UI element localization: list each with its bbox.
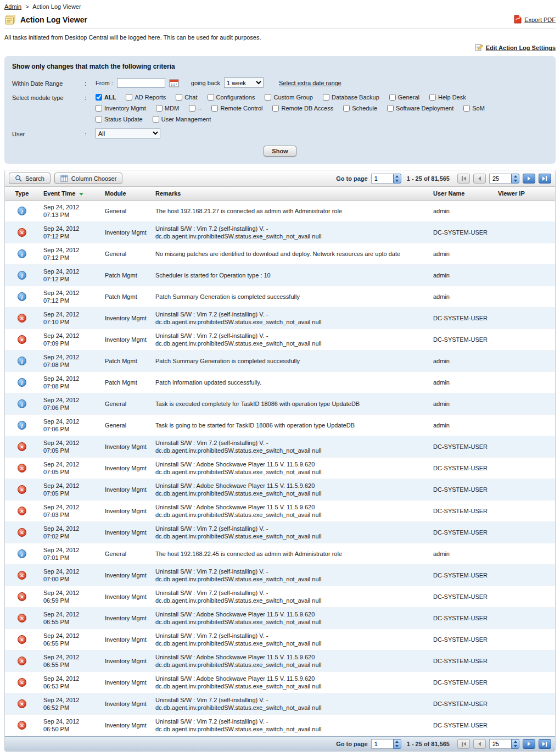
module-checkbox-input-custom-group[interactable] xyxy=(265,94,271,101)
module-cell: Patch Mgmt xyxy=(100,372,151,393)
module-checkbox-input-dashes[interactable] xyxy=(189,105,195,112)
type-cell: ✕ xyxy=(5,608,39,629)
user-name-cell: DC-SYSTEM-USER xyxy=(429,501,494,522)
going-back-select[interactable]: 1 week xyxy=(224,77,264,88)
module-checkbox-input-ad-reports[interactable] xyxy=(126,94,132,101)
module-checkbox-configurations[interactable]: Configurations xyxy=(208,94,255,101)
breadcrumb-admin-link[interactable]: Admin xyxy=(4,3,21,10)
next-page-button[interactable] xyxy=(523,739,535,749)
column-header-event-time[interactable]: Event Time xyxy=(39,187,100,201)
last-page-button[interactable] xyxy=(539,739,551,749)
module-cell: Inventory Mgmt xyxy=(100,501,151,522)
prev-page-button[interactable] xyxy=(473,739,486,749)
module-checkbox-all[interactable]: ALL xyxy=(96,94,116,101)
page-size-input[interactable] xyxy=(489,739,511,749)
module-checkbox-input-som[interactable] xyxy=(463,105,470,112)
table-row: iSep 24, 201207:08 PMPatch MgmtPatch Sum… xyxy=(5,351,555,372)
module-checkbox-mdm[interactable]: MDM xyxy=(156,105,179,112)
go-to-page-stepper[interactable] xyxy=(393,739,401,749)
module-checkbox-general[interactable]: General xyxy=(389,94,419,101)
select-extra-date-range-link[interactable]: Select extra date range xyxy=(279,80,341,86)
user-select[interactable]: All xyxy=(96,128,160,138)
module-checkbox-input-mdm[interactable] xyxy=(156,105,163,112)
module-checkbox-input-configurations[interactable] xyxy=(208,94,214,101)
module-checkbox-software-deployment[interactable]: Software Deployment xyxy=(387,105,453,112)
module-cell: Inventory Mgmt xyxy=(100,222,151,243)
module-checkbox-input-database-backup[interactable] xyxy=(323,94,329,101)
module-checkbox-remote-control[interactable]: Remote Control xyxy=(211,105,262,112)
show-button[interactable]: Show xyxy=(264,146,296,157)
calendar-icon[interactable] xyxy=(169,79,179,87)
going-back-label: going back xyxy=(191,80,220,86)
page-size-input[interactable] xyxy=(489,174,511,184)
first-page-button[interactable] xyxy=(457,174,470,184)
column-header-module[interactable]: Module xyxy=(100,187,151,201)
module-checkbox-som[interactable]: SoM xyxy=(463,105,485,112)
module-checkbox-input-inventory-mgmt[interactable] xyxy=(96,105,102,112)
page-size-stepper[interactable] xyxy=(511,739,519,749)
type-cell: i xyxy=(5,265,39,286)
module-checkbox-input-status-update[interactable] xyxy=(96,116,102,123)
module-checkbox-input-remote-control[interactable] xyxy=(211,105,218,112)
last-page-button[interactable] xyxy=(539,174,551,184)
module-checkbox-input-software-deployment[interactable] xyxy=(387,105,394,112)
module-checkbox-schedule[interactable]: Schedule xyxy=(343,105,377,112)
go-to-page-input[interactable] xyxy=(371,174,393,184)
module-checkbox-ad-reports[interactable]: AD Reports xyxy=(126,94,166,101)
module-checkbox-label: Configurations xyxy=(216,94,255,101)
search-button[interactable]: Search xyxy=(9,173,51,184)
module-checkbox-inventory-mgmt[interactable]: Inventory Mgmt xyxy=(96,105,146,112)
error-icon: ✕ xyxy=(18,592,26,601)
log-grid: Search Column Chooser Go to page xyxy=(4,170,556,752)
type-cell: i xyxy=(5,393,39,415)
page-size-stepper[interactable] xyxy=(511,174,519,184)
date-range-label: Within Date Range xyxy=(12,79,85,87)
remarks-cell: Uninstall S/W : Adobe Shockwave Player 1… xyxy=(151,672,429,693)
first-page-button[interactable] xyxy=(457,739,470,749)
type-cell: ✕ xyxy=(5,672,39,693)
edit-action-log-settings-link[interactable]: Edit Action Log Settings xyxy=(475,43,556,52)
info-icon: i xyxy=(18,549,26,558)
go-to-page-stepper[interactable] xyxy=(393,174,401,184)
viewer-ip-cell xyxy=(494,608,555,629)
event-time-cell: Sep 24, 201207:13 PM xyxy=(39,201,100,222)
module-checkbox-custom-group[interactable]: Custom Group xyxy=(265,94,313,101)
remarks-cell: No missing patches are identified to dow… xyxy=(151,243,429,265)
module-checkbox-database-backup[interactable]: Database Backup xyxy=(323,94,379,101)
go-to-page-input[interactable] xyxy=(371,739,393,749)
module-checkbox-dashes[interactable]: -- xyxy=(189,105,201,112)
prev-page-button[interactable] xyxy=(473,174,486,184)
module-checkbox-input-help-desk[interactable] xyxy=(429,94,436,101)
colon: : xyxy=(85,93,96,101)
module-cell: Patch Mgmt xyxy=(100,351,151,372)
export-pdf-link[interactable]: Export PDF xyxy=(514,15,556,25)
next-page-button[interactable] xyxy=(523,174,535,184)
column-header-user-name[interactable]: User Name xyxy=(429,187,494,201)
error-icon: ✕ xyxy=(18,614,26,622)
module-checkbox-input-remote-db-access[interactable] xyxy=(272,105,279,112)
column-header-type[interactable]: Type xyxy=(5,187,39,201)
column-chooser-button[interactable]: Column Chooser xyxy=(54,173,123,184)
column-header-viewer-ip[interactable]: Viewer IP xyxy=(494,187,555,201)
module-checkbox-label: Inventory Mgmt xyxy=(104,105,146,112)
column-header-remarks[interactable]: Remarks xyxy=(151,187,429,201)
module-checkbox-status-update[interactable]: Status Update xyxy=(96,116,143,123)
pagination-range-text: 1 - 25 of 81,565 xyxy=(407,175,450,182)
module-checkbox-input-user-management[interactable] xyxy=(153,116,159,123)
module-checkbox-user-management[interactable]: User Management xyxy=(153,116,211,123)
table-row: ✕Sep 24, 201206:59 PMInventory MgmtUnins… xyxy=(5,586,555,608)
module-checkbox-help-desk[interactable]: Help Desk xyxy=(429,94,466,101)
user-name-cell: admin xyxy=(429,393,494,415)
user-name-cell: DC-SYSTEM-USER xyxy=(429,436,494,458)
module-checkbox-chat[interactable]: Chat xyxy=(176,94,197,101)
from-date-input[interactable] xyxy=(117,78,165,88)
module-cell: Inventory Mgmt xyxy=(100,608,151,629)
module-checkbox-input-chat[interactable] xyxy=(176,94,182,101)
module-checkbox-input-general[interactable] xyxy=(389,94,396,101)
user-name-cell: DC-SYSTEM-USER xyxy=(429,693,494,715)
viewer-ip-cell xyxy=(494,286,555,308)
module-checkbox-remote-db-access[interactable]: Remote DB Access xyxy=(272,105,333,112)
module-checkbox-input-all[interactable] xyxy=(96,94,102,101)
event-time-cell: Sep 24, 201206:53 PM xyxy=(39,672,100,693)
module-checkbox-input-schedule[interactable] xyxy=(343,105,350,112)
